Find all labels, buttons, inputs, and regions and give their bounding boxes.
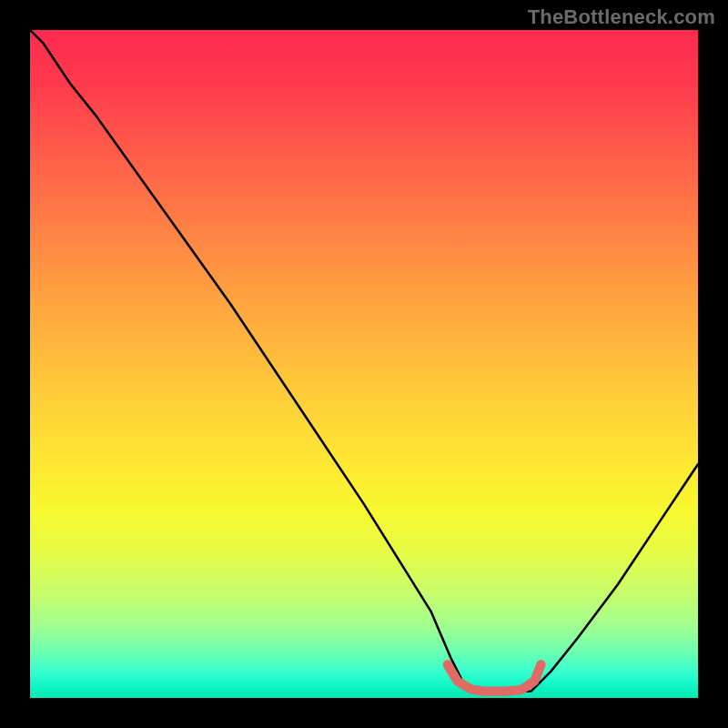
chart-frame: TheBottleneck.com	[0, 0, 728, 728]
plot-area	[30, 30, 698, 698]
watermark-text: TheBottleneck.com	[528, 5, 715, 29]
curve-svg	[30, 30, 698, 698]
main-curve	[30, 30, 698, 692]
